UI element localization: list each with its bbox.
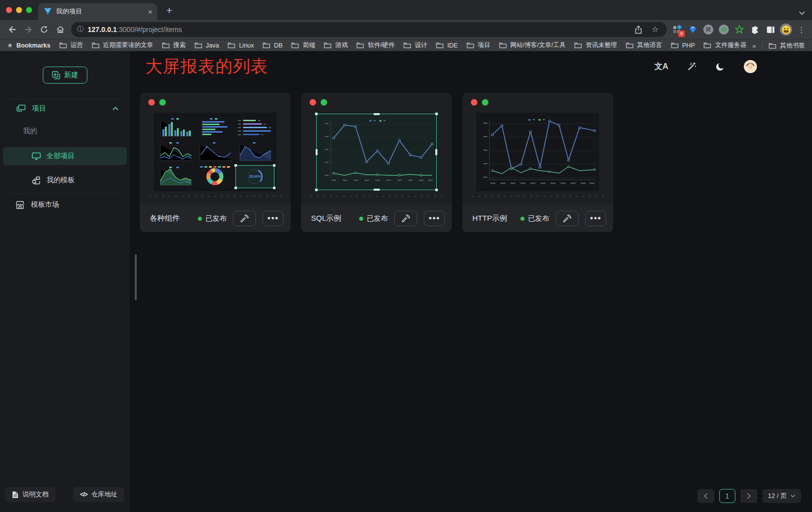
thumb-dot-green — [321, 99, 327, 106]
bookmarks-label: Bookmarks — [17, 42, 51, 49]
sidebar-item-my-templates[interactable]: 我的模板 — [3, 171, 127, 189]
bookmark-folder[interactable]: 前端 — [291, 41, 315, 50]
chevron-up-icon[interactable] — [112, 107, 119, 111]
bookmark-folder[interactable]: 搜索 — [162, 41, 186, 50]
bookmark-label: 网站/博客/文章/工具 — [510, 41, 566, 50]
site-info-icon[interactable]: ⓘ — [77, 25, 84, 34]
hammer-icon — [563, 215, 572, 223]
bookmark-folder[interactable]: PHP — [671, 42, 695, 49]
other-bookmarks[interactable]: 其他书签 — [768, 42, 805, 50]
project-card-components[interactable]: 25.00% 各种组件 已发布 ● — [140, 93, 291, 232]
line-chart — [317, 114, 436, 189]
sidebar-item-all-projects[interactable]: 全部项目 — [3, 147, 127, 165]
bookmark-folder[interactable]: 其他语言 — [626, 41, 662, 50]
tab-search-chevron-icon[interactable] — [799, 11, 805, 15]
macos-traffic-lights[interactable] — [6, 7, 32, 13]
docs-button[interactable]: 说明文档 — [5, 487, 56, 502]
gem-extension-icon[interactable] — [686, 23, 699, 36]
more-actions-button[interactable]: ●●● — [424, 211, 445, 226]
folder-icon — [194, 42, 202, 49]
bookmark-folder[interactable]: 文件服务器 — [703, 41, 746, 50]
home-icon[interactable] — [52, 22, 68, 38]
bookmarks-overflow-icon[interactable]: » — [752, 42, 756, 50]
bookmark-folder[interactable]: IDE — [436, 42, 458, 49]
bookmark-folder[interactable]: 资讯未整理 — [574, 41, 617, 50]
bookmark-folder[interactable]: 项目 — [466, 41, 490, 50]
language-switch-icon[interactable]: 文A — [654, 62, 668, 72]
dark-mode-moon-icon[interactable] — [715, 62, 725, 72]
browser-tab[interactable]: 我的项目 × — [38, 3, 157, 20]
bookmark-label: 游戏 — [335, 41, 348, 50]
page-header: 大屏报表的列表 文A — [130, 51, 812, 82]
bookmark-folder[interactable]: 游戏 — [324, 41, 348, 50]
profile-avatar-icon[interactable] — [779, 23, 792, 36]
project-thumbnail[interactable] — [476, 113, 599, 191]
status-label: 已发布 — [367, 214, 388, 223]
chevron-down-icon — [790, 494, 795, 497]
minimize-window-icon[interactable] — [16, 7, 22, 13]
page-size-select[interactable]: 12 / 页 — [762, 489, 801, 503]
user-avatar[interactable] — [744, 60, 757, 73]
code-icon: </> — [80, 491, 87, 498]
more-actions-button[interactable]: ●●● — [262, 211, 284, 226]
extensions-puzzle-icon[interactable] — [748, 23, 761, 36]
zoom-window-icon[interactable] — [26, 7, 32, 13]
bookmark-folder[interactable]: 软件/硬件 — [356, 41, 394, 50]
side-panel-icon[interactable] — [764, 23, 777, 36]
bookmark-folder[interactable]: 运营 — [59, 41, 83, 50]
green-star-extension-icon[interactable] — [733, 23, 746, 36]
address-bar[interactable]: ⓘ 127.0.0.1:3000/#/project/items ☆ — [71, 22, 667, 37]
back-icon[interactable] — [4, 22, 20, 38]
edit-project-button[interactable] — [233, 211, 256, 226]
status-label: 已发布 — [528, 214, 549, 223]
bookmark-label: 前端 — [303, 41, 315, 50]
more-actions-button[interactable]: ●●● — [585, 211, 606, 226]
mini-bar-chart — [156, 116, 194, 139]
edit-project-button[interactable] — [556, 211, 579, 226]
close-window-icon[interactable] — [6, 7, 12, 13]
sidebar-divider — [8, 193, 122, 194]
new-project-button[interactable]: 新建 — [43, 67, 87, 84]
url-path: :3000/#/project/items — [117, 26, 182, 34]
record-extension-icon[interactable] — [717, 23, 730, 36]
project-thumbnail[interactable]: 25.00% — [154, 113, 277, 191]
project-card-sql[interactable]: SQL示例 已发布 ●●● — [301, 93, 452, 232]
status-dot — [359, 217, 363, 221]
thumb-dot-red — [471, 99, 477, 106]
folder-icon — [162, 42, 170, 49]
folder-icon — [703, 42, 711, 49]
share-icon[interactable] — [632, 23, 645, 36]
forward-icon[interactable] — [20, 22, 36, 38]
project-thumbnail[interactable] — [315, 113, 438, 191]
scrollbar-thumb[interactable] — [135, 254, 137, 300]
next-page-button[interactable] — [740, 489, 757, 503]
bookmark-folder[interactable]: Linux — [227, 42, 254, 49]
favicon — [44, 8, 52, 15]
bookmark-folder[interactable]: 近期需要读的文章 — [92, 41, 153, 50]
mini-gauge-chart-selected: 25.00% — [235, 165, 275, 188]
current-page-button[interactable]: 1 — [719, 489, 735, 503]
new-tab-button[interactable]: + — [162, 4, 176, 18]
sidebar-item-template-market[interactable]: 模板市场 — [15, 200, 59, 209]
reload-icon[interactable] — [36, 22, 52, 38]
bookmarks-manager[interactable]: ★ Bookmarks — [7, 42, 51, 49]
project-card-http[interactable]: HTTP示例 已发布 ●●● — [462, 93, 613, 232]
browser-menu-icon[interactable]: ⋮ — [795, 23, 808, 36]
extension-grid-icon[interactable]: 9 — [671, 23, 684, 36]
command-extension-icon[interactable]: ⌘ — [702, 23, 715, 36]
sidebar-section-project[interactable]: 项目 — [16, 104, 119, 113]
bookmark-star-icon[interactable]: ☆ — [649, 23, 662, 36]
edit-project-button[interactable] — [394, 211, 417, 226]
bookmark-folder[interactable]: 网站/博客/文章/工具 — [499, 41, 566, 50]
prev-page-button[interactable] — [697, 489, 714, 503]
status-badge: 已发布 — [198, 214, 226, 223]
magic-wand-icon[interactable] — [687, 62, 697, 72]
bookmark-label: 搜索 — [173, 41, 186, 50]
bookmark-folder[interactable]: Java — [194, 42, 219, 49]
tab-close-icon[interactable]: × — [148, 8, 152, 16]
bookmark-folder[interactable]: DB — [262, 42, 283, 49]
repo-button[interactable]: </> 仓库地址 — [73, 487, 124, 502]
folder-icon — [262, 42, 270, 49]
bookmark-folder[interactable]: 设计 — [403, 41, 427, 50]
page-size-value: 12 / 页 — [768, 491, 787, 500]
